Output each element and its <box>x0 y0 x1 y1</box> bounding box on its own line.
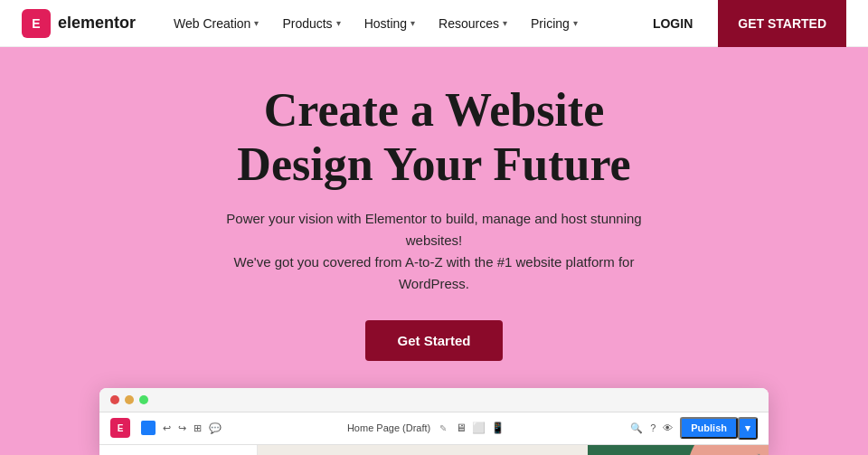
chevron-down-icon: ▾ <box>410 18 415 28</box>
page-name: Home Page (Draft) <box>347 422 430 433</box>
chevron-down-icon: ▾ <box>336 18 341 28</box>
chevron-down-icon: ▾ <box>254 18 259 28</box>
toolbar-center: Home Page (Draft) ✎ 🖥 ⬜ 📱 <box>232 422 619 434</box>
search-icon[interactable]: 🔍 <box>630 422 643 434</box>
publish-button[interactable]: Publish <box>680 417 738 439</box>
tablet-icon[interactable]: ⬜ <box>472 422 486 434</box>
minimize-dot <box>125 395 134 404</box>
canvas-left-panel <box>258 445 588 455</box>
mobile-icon[interactable]: 📱 <box>491 422 505 434</box>
nav-item-hosting[interactable]: Hosting ▾ <box>355 11 424 36</box>
toolbar-comment-icon[interactable]: 💬 <box>209 422 222 434</box>
toolbar-icons: ↩ ↪ ⊞ 💬 <box>141 421 222 435</box>
nav-right: LOGIN GET STARTED <box>642 0 846 47</box>
navbar: E elementor Web Creation ▾ Products ▾ Ho… <box>0 0 868 47</box>
editor-canvas: │ ✕ 111 + SPRING ⤢ <box>258 445 769 455</box>
nav-item-web-creation[interactable]: Web Creation ▾ <box>165 11 268 36</box>
nav-item-pricing[interactable]: Pricing ▾ <box>522 11 587 36</box>
chevron-down-icon: ▾ <box>573 18 578 28</box>
get-started-button[interactable]: GET STARTED <box>718 0 846 47</box>
logo-text: elementor <box>58 14 136 33</box>
toolbar-redo-icon[interactable]: ↪ <box>178 422 186 434</box>
chevron-down-icon: ▾ <box>503 18 507 28</box>
editor-sidebar: Edit Heading Content Style Advanced ▼ Ti… <box>99 445 258 455</box>
editor-body: Edit Heading Content Style Advanced ▼ Ti… <box>99 445 769 455</box>
browser-mockup: E ↩ ↪ ⊞ 💬 Home Page (Draft) ✎ 🖥 ⬜ 📱 🔍 ? <box>99 388 769 455</box>
toolbar-right: 🔍 ? 👁 Publish ▾ <box>630 417 758 440</box>
hero-section: Create a Website Design Your Future Powe… <box>0 47 868 455</box>
logo-area[interactable]: E elementor <box>22 9 136 38</box>
nav-links: Web Creation ▾ Products ▾ Hosting ▾ Reso… <box>165 11 642 36</box>
hero-title: Create a Website Design Your Future <box>237 83 630 192</box>
editor-toolbar: E ↩ ↪ ⊞ 💬 Home Page (Draft) ✎ 🖥 ⬜ 📱 🔍 ? <box>99 412 769 445</box>
device-icons: 🖥 ⬜ 📱 <box>456 422 505 434</box>
toolbar-add-icon[interactable] <box>141 421 156 435</box>
nav-item-resources[interactable]: Resources ▾ <box>429 11 516 36</box>
publish-dropdown-button[interactable]: ▾ <box>738 417 758 440</box>
eye-icon[interactable]: 👁 <box>663 422 673 433</box>
maximize-dot <box>139 395 148 404</box>
toolbar-grid-icon[interactable]: ⊞ <box>193 422 202 434</box>
canvas-right-panel: SPRING ⤢ <box>588 445 769 455</box>
help-icon[interactable]: ? <box>650 422 656 433</box>
nav-item-products[interactable]: Products ▾ <box>273 11 349 36</box>
login-button[interactable]: LOGIN <box>642 11 703 36</box>
expand-icon[interactable]: ⤢ <box>752 450 761 455</box>
toolbar-undo-icon[interactable]: ↩ <box>163 422 171 434</box>
desktop-icon[interactable]: 🖥 <box>456 422 467 434</box>
hero-cta-button[interactable]: Get Started <box>365 320 504 361</box>
elementor-logo-icon: E <box>22 9 51 38</box>
editor-logo-icon: E <box>110 418 130 438</box>
hero-subtitle: Power your vision with Elementor to buil… <box>199 208 669 295</box>
close-dot <box>110 395 119 404</box>
page-name-icon: ✎ <box>439 423 447 433</box>
browser-titlebar <box>99 388 769 412</box>
